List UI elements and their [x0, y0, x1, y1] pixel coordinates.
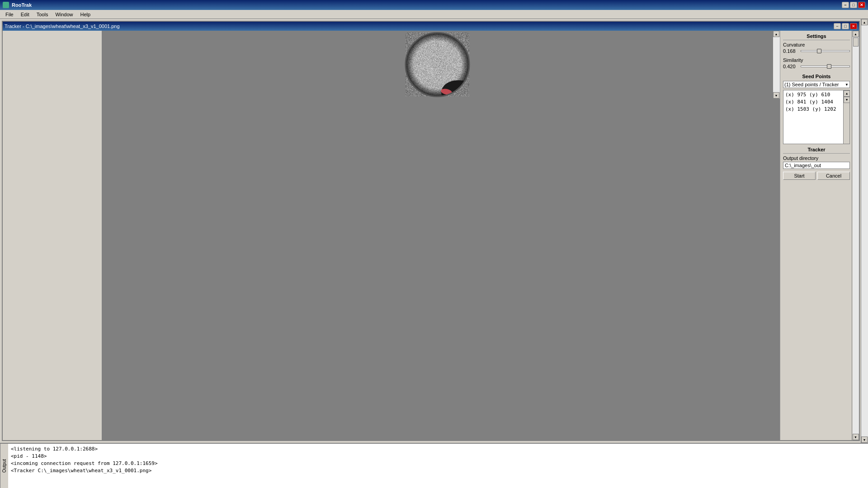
menu-bar: File Edit Tools Window Help: [0, 10, 868, 19]
similarity-label: Similarity: [783, 57, 850, 63]
menu-edit[interactable]: Edit: [17, 11, 33, 18]
point-row-0: (x) 975 (y) 610: [785, 91, 848, 99]
output-dir-label: Output directory: [783, 155, 850, 161]
panel-scroll-track: [853, 37, 859, 434]
panel-scroll-thumb[interactable]: [853, 38, 859, 47]
seed-points-dropdown[interactable]: (1) Seed points / Tracker ▼: [783, 81, 850, 88]
title-bar: RooTrak − □ ✕: [0, 0, 868, 10]
image-area: ▲ ▼: [102, 31, 780, 440]
tracker-window: Tracker - C:\_images\wheat\wheat_x3_v1_0…: [2, 21, 860, 441]
tracker-section-header: Tracker: [783, 146, 850, 154]
similarity-value: 0.420: [783, 64, 799, 69]
scroll-down-arrow[interactable]: ▼: [773, 92, 779, 99]
settings-header: Settings: [783, 33, 850, 40]
seed-points-dropdown-value: (1) Seed points / Tracker: [784, 82, 839, 87]
points-scroll-down[interactable]: ▼: [844, 97, 850, 103]
points-scrollbar[interactable]: ▲ ▼: [843, 90, 849, 144]
points-list-inner: (x) 975 (y) 610 (x) 841 (y) 1404 (x) 150…: [783, 90, 849, 114]
menu-tools[interactable]: Tools: [33, 11, 52, 18]
tracker-minimize-button[interactable]: −: [834, 23, 841, 29]
points-list[interactable]: (x) 975 (y) 610 (x) 841 (y) 1404 (x) 150…: [783, 90, 850, 144]
start-button[interactable]: Start: [783, 172, 816, 180]
console-line-3: <Tracker C:\_images\wheat\wheat_x3_v1_00…: [11, 467, 865, 474]
main-container: Tracker - C:\_images\wheat\wheat_x3_v1_0…: [0, 19, 868, 488]
console-line-0: <listening to 127.0.0.1:2688>: [11, 446, 865, 453]
menu-help[interactable]: Help: [77, 11, 94, 18]
similarity-slider[interactable]: [801, 66, 850, 67]
right-panel: Settings Curvature 0.168 Similarity: [780, 31, 859, 440]
cancel-button[interactable]: Cancel: [817, 172, 850, 180]
tracker-window-title: Tracker - C:\_images\wheat\wheat_x3_v1_0…: [5, 23, 120, 29]
minimize-button[interactable]: −: [842, 2, 849, 8]
tracker-buttons: Start Cancel: [783, 172, 850, 180]
output-dir-field[interactable]: [783, 162, 850, 169]
curvature-label: Curvature: [783, 42, 850, 47]
similarity-slider-container: 0.420: [783, 64, 850, 69]
point-row-1: (x) 841 (y) 1404: [785, 99, 848, 106]
curvature-slider-container: 0.168: [783, 48, 850, 54]
console-side-label[interactable]: Output: [0, 444, 8, 488]
outer-scroll-down[interactable]: ▼: [861, 436, 868, 443]
tracker-title-bar: Tracker - C:\_images\wheat\wheat_x3_v1_0…: [3, 22, 859, 31]
menu-window[interactable]: Window: [52, 11, 76, 18]
console-text: <listening to 127.0.0.1:2688> <pid - 114…: [8, 444, 868, 488]
curvature-value: 0.168: [783, 48, 799, 54]
outer-vscrollbar[interactable]: ▲ ▼: [861, 19, 868, 443]
image-content: [102, 31, 773, 99]
app-icon: [3, 2, 9, 8]
points-scroll-up[interactable]: ▲: [844, 90, 850, 97]
restore-button[interactable]: □: [850, 2, 857, 8]
content-area: ▲ ▼ Settings Curvature 0.168: [3, 31, 859, 440]
close-button[interactable]: ✕: [858, 2, 865, 8]
dropdown-arrow-icon: ▼: [845, 83, 849, 87]
panel-scroll-down[interactable]: ▼: [853, 434, 859, 440]
menu-file[interactable]: File: [2, 11, 17, 18]
right-panel-scrollbar[interactable]: ▲ ▼: [852, 31, 859, 440]
app-title: RooTrak: [12, 2, 32, 8]
console-area: Output <listening to 127.0.0.1:2688> <pi…: [0, 443, 868, 488]
right-panel-content: Settings Curvature 0.168 Similarity: [780, 31, 859, 440]
tracker-close-button[interactable]: ✕: [850, 23, 857, 29]
console-line-1: <pid - 1148>: [11, 453, 865, 460]
outer-scroll-up[interactable]: ▲: [861, 19, 868, 25]
tracker-section: Tracker Output directory Start Cancel: [783, 146, 850, 180]
curvature-slider[interactable]: [801, 50, 850, 52]
scroll-up-arrow[interactable]: ▲: [773, 31, 779, 37]
console-line-2: <incoming connection request from 127.0.…: [11, 460, 865, 467]
panel-scroll-up[interactable]: ▲: [853, 31, 859, 37]
point-row-2: (x) 1503 (y) 1202: [785, 106, 848, 113]
image-vscrollbar[interactable]: ▲ ▼: [773, 31, 780, 99]
main-canvas: [102, 31, 773, 99]
inner-window: Tracker - C:\_images\wheat\wheat_x3_v1_0…: [0, 19, 868, 443]
left-panel: [3, 31, 102, 440]
seed-points-header: Seed Points: [783, 73, 850, 80]
tracker-restore-button[interactable]: □: [842, 23, 849, 29]
